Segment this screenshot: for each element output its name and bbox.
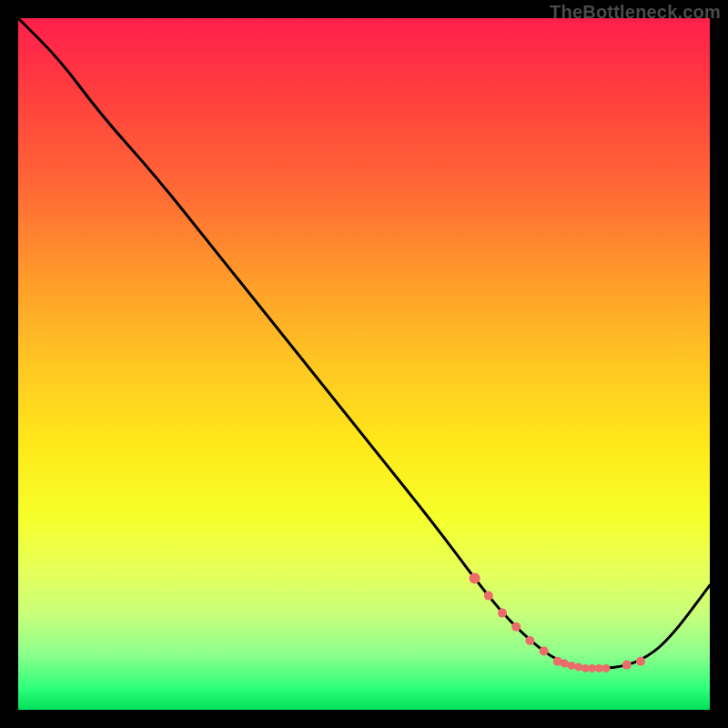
- chart-marker: [484, 592, 493, 601]
- chart-marker: [511, 622, 521, 632]
- chart-marker: [622, 661, 632, 670]
- chart-marker: [574, 662, 582, 671]
- chart-svg: [18, 18, 710, 710]
- chart-marker: [525, 636, 534, 645]
- chart-markers: [470, 573, 645, 672]
- chart-line: [18, 18, 710, 668]
- chart-marker: [602, 664, 611, 672]
- chart-marker: [498, 609, 507, 618]
- plot-area: [18, 18, 710, 710]
- chart-marker: [636, 657, 645, 666]
- chart-marker: [561, 660, 569, 668]
- chart-marker: [540, 646, 549, 655]
- chart-marker: [470, 573, 480, 584]
- chart-container: TheBottleneck.com: [0, 0, 728, 728]
- chart-marker: [568, 662, 576, 670]
